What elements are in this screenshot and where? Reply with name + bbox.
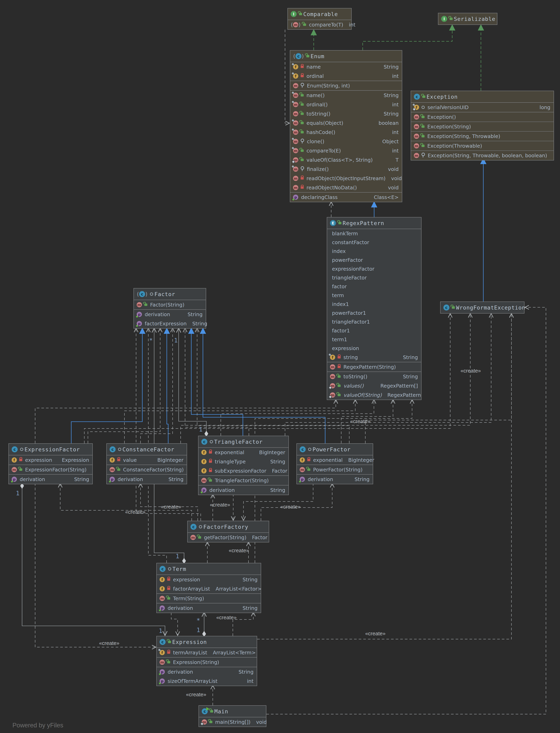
dependency-edge[interactable] (197, 329, 349, 443)
class-header[interactable]: ISerializable (438, 13, 497, 24)
extends-edge[interactable] (203, 329, 325, 443)
method-row[interactable]: mreadObjectNoData()void (290, 183, 402, 192)
field-row[interactable]: ftermArrayListArrayList<Term> (157, 648, 257, 657)
class-node-FactorFactory[interactable]: cFactorFactorymgetFactor(String)Factor (187, 521, 269, 542)
class-header[interactable]: cConstanceFactor (107, 444, 187, 455)
class-node-WrongFormatException[interactable]: cWrongFormatException (440, 302, 524, 314)
uml-diagram-canvas[interactable]: IComparable(m)compareTo(T)intISerializab… (0, 0, 560, 733)
field-row[interactable]: fordinalint (290, 71, 402, 81)
class-node-Main[interactable]: cMainmmain(String[])void (199, 705, 266, 727)
constructor-row[interactable]: mConstanceFactor(String) (107, 465, 187, 474)
extends-edge[interactable] (191, 329, 243, 436)
field-row[interactable]: ffactorArrayListArrayList<Factor> (157, 584, 261, 593)
dependency-edge[interactable] (221, 400, 374, 436)
enum-constant-row[interactable]: triangleFactor (327, 273, 421, 282)
field-row[interactable]: fstringString (327, 353, 421, 362)
property-row[interactable]: pderivationString (9, 475, 92, 484)
dependency-edge[interactable] (141, 329, 173, 443)
class-header[interactable]: cMain (199, 706, 266, 717)
constructor-row[interactable]: mTerm(String) (157, 594, 261, 603)
class-node-RegexPattern[interactable]: ERegexPatternblankTermconstantFactorinde… (327, 217, 422, 400)
method-row[interactable]: mgetFactor(String)Factor (188, 533, 269, 542)
dependency-edge[interactable] (141, 484, 198, 521)
class-node-Enum[interactable]: (c)EnumfnameStringfordinalintmEnum(Strin… (290, 50, 402, 202)
implements-edge[interactable] (363, 25, 452, 50)
constructor-row[interactable]: mException(String, Throwable, boolean, b… (411, 151, 554, 160)
class-header[interactable]: cTerm (157, 563, 261, 574)
enum-constant-row[interactable]: factor (327, 282, 421, 291)
enum-constant-row[interactable]: term (327, 291, 421, 300)
constructor-row[interactable]: mException(String) (411, 122, 554, 131)
property-row[interactable]: pdeclaringClassClass<E> (290, 193, 402, 202)
class-header[interactable]: cExpression (157, 636, 257, 648)
dependency-edge[interactable] (185, 329, 249, 436)
method-row[interactable]: mtoString()String (290, 109, 402, 118)
dependency-edge[interactable] (181, 314, 470, 443)
field-row[interactable]: fexponentialBigInteger (199, 448, 288, 457)
method-row[interactable]: mreadObject(ObjectInputStream)void (290, 174, 402, 183)
method-row[interactable]: mfinalize()void (290, 165, 402, 174)
property-row[interactable]: pderivationString (297, 475, 373, 484)
method-row[interactable]: mname()String (290, 91, 402, 100)
class-header[interactable]: cExpressionFactor (9, 444, 92, 455)
field-row[interactable]: fserialVersionUIDlong (411, 103, 554, 112)
constructor-row[interactable]: mException(String, Throwable) (411, 131, 554, 141)
enum-constant-row[interactable]: index (327, 247, 421, 256)
dependency-edge[interactable] (88, 329, 160, 443)
method-row[interactable]: (m)compareTo(T)int (288, 20, 351, 29)
class-header[interactable]: (c)Factor (134, 289, 206, 300)
enum-constant-row[interactable]: term1 (327, 335, 421, 344)
class-node-Comparable[interactable]: IComparable(m)compareTo(T)int (287, 8, 352, 30)
field-row[interactable]: fnameString (290, 62, 402, 71)
property-row[interactable]: pderivationString (157, 603, 261, 613)
enum-constant-row[interactable]: constantFactor (327, 238, 421, 247)
constructor-row[interactable]: mFactor(String) (134, 300, 206, 309)
method-row[interactable]: mvalues()RegexPattern[] (327, 381, 421, 390)
constructor-row[interactable]: mTriangleFactor(String) (199, 476, 288, 485)
property-row[interactable]: pderivationString (199, 485, 288, 495)
property-row[interactable]: psizeOfTermArrayListint (157, 676, 257, 686)
method-row[interactable]: mvalueOf(String)RegexPattern (327, 390, 421, 399)
class-header[interactable]: IComparable (288, 8, 351, 20)
dependency-edge[interactable] (60, 484, 192, 521)
method-row[interactable]: mcompareTo(E)int (290, 146, 402, 155)
enum-constant-row[interactable]: expressionFactor (327, 265, 421, 273)
class-node-PowerFactor[interactable]: cPowerFactorfexponentialBigIntegermPower… (296, 443, 373, 484)
enum-constant-row[interactable]: expression (327, 344, 421, 353)
constructor-row[interactable]: mException(Throwable) (411, 141, 554, 151)
field-row[interactable]: fsubExpressionFactorFactor (199, 466, 288, 475)
class-header[interactable]: (c)Enum (290, 51, 402, 62)
enum-constant-row[interactable]: factor1 (327, 326, 421, 335)
class-node-TriangleFactor[interactable]: cTriangleFactorfexponentialBigIntegerftr… (198, 436, 289, 495)
method-row[interactable]: mclone()Object (290, 137, 402, 146)
class-header[interactable]: cTriangleFactor (199, 436, 288, 447)
class-node-Exception[interactable]: cExceptionfserialVersionUIDlongmExceptio… (411, 91, 554, 161)
constructor-row[interactable]: mExpressionFactor(String) (9, 465, 92, 474)
association-edge[interactable] (179, 329, 206, 431)
class-header[interactable]: cFactorFactory (188, 521, 269, 532)
enum-constant-row[interactable]: powerFactor1 (327, 309, 421, 317)
field-row[interactable]: fexponentialBigInteger (297, 455, 373, 464)
class-node-ExpressionFactor[interactable]: cExpressionFactorfexpressionExpressionmE… (8, 443, 93, 484)
dependency-edge[interactable] (285, 30, 289, 123)
extends-edge[interactable] (167, 329, 168, 443)
class-node-Serializable[interactable]: ISerializable (438, 13, 497, 25)
constructor-row[interactable]: mExpression(String) (157, 658, 257, 667)
property-row[interactable]: pderivationString (157, 667, 257, 676)
class-header[interactable]: cException (411, 91, 554, 102)
enum-constant-row[interactable]: index1 (327, 300, 421, 309)
property-row[interactable]: pderivationString (107, 475, 187, 484)
class-header[interactable]: ERegexPattern (327, 218, 421, 229)
dependency-edge[interactable] (35, 483, 156, 647)
constructor-row[interactable]: mException() (411, 112, 554, 122)
constructor-row[interactable]: mRegexPattern(String) (327, 362, 421, 371)
class-header[interactable]: cWrongFormatException (441, 302, 524, 313)
enum-constant-row[interactable]: blankTerm (327, 229, 421, 238)
class-header[interactable]: cPowerFactor (297, 444, 373, 455)
extends-edge[interactable] (71, 329, 142, 443)
class-node-Expression[interactable]: cExpressionftermArrayListArrayList<Term>… (156, 636, 257, 686)
class-node-Factor[interactable]: (c)FactormFactor(String)pderivationStrin… (133, 288, 206, 329)
enum-constant-row[interactable]: triangleFactor1 (327, 317, 421, 326)
class-node-ConstanceFactor[interactable]: cConstanceFactorfvalueBigIntegermConstan… (106, 443, 187, 484)
enum-constant-row[interactable]: powerFactor (327, 256, 421, 265)
